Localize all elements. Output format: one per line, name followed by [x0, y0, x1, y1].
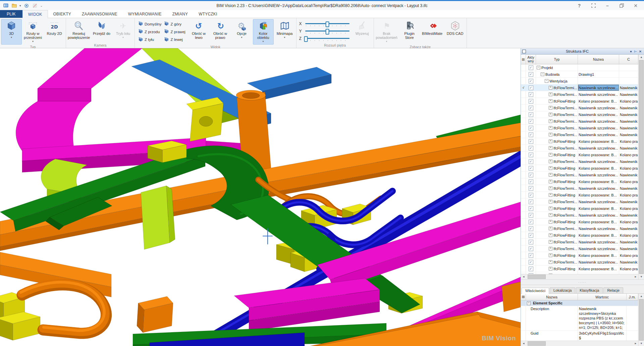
expand-icon[interactable]: + [549, 153, 552, 157]
expand-icon[interactable]: + [549, 160, 552, 163]
panel-dropdown-icon[interactable]: ▾ [629, 50, 633, 53]
slider-track-y[interactable] [305, 28, 350, 34]
tree-row[interactable]: ✓+IfcFlowTermi...Nawiewnik szczelinow...… [521, 91, 638, 98]
3d-viewport[interactable]: BIM Vision [0, 48, 521, 346]
expand-icon[interactable]: + [549, 240, 552, 244]
tree-row[interactable]: √✓+IfcFlowTermi...Nawiewnik szczelinow..… [521, 84, 638, 91]
tree-row[interactable]: ✓+IfcFlowTermi...Nawiewnik szczelinow...… [521, 105, 638, 111]
tab-wtyczki[interactable]: WTYCZKI [193, 10, 222, 18]
btn-bimestimate[interactable]: BIMestiMate [421, 19, 444, 45]
expand-icon[interactable]: + [549, 113, 552, 116]
collapse-icon[interactable]: − [537, 66, 540, 69]
tab-widok[interactable]: WIDOK [22, 10, 48, 18]
tree-row[interactable]: ✓+IfcFlowFittingKolano prasowane: B...Ko… [521, 138, 638, 145]
collapse-icon[interactable]: − [527, 301, 531, 305]
panel-tree-toggle-icon[interactable]: ⊢ [633, 50, 638, 53]
active-checkbox[interactable]: ✓ [529, 186, 533, 191]
expand-icon[interactable]: + [549, 119, 552, 123]
tree-row[interactable]: ✓+IfcFlowTermi...Nawiewnik szczelinow...… [521, 118, 638, 125]
active-checkbox[interactable]: ✓ [529, 146, 533, 151]
tab-zaawansowane[interactable]: ZAAWANSOWANE [76, 10, 123, 18]
property-row[interactable]: Guid3xbCyKyhvEF9g1SoqzsWc$ [521, 331, 638, 341]
btn-wyzeruj[interactable]: Wyzeruj [352, 19, 373, 43]
tree-row[interactable]: ✓+IfcFlowTermi...Nawiewnik szczelinow...… [521, 158, 638, 165]
btn-tryb-lotu[interactable]: Tryb lotu▾ [113, 19, 133, 43]
btn-kolor-obiektu[interactable]: Kolor obiektu▾ [253, 19, 274, 45]
tab-zmiany[interactable]: ZMIANY [167, 10, 194, 18]
active-checkbox[interactable]: ✓ [529, 173, 533, 177]
expand-icon[interactable]: + [549, 173, 552, 177]
tree-row[interactable]: ✓+IfcFlowTermi...Nawiewnik szczelinow...… [521, 239, 638, 245]
structure-hscrollbar[interactable]: ◄ ► [521, 274, 638, 279]
active-checkbox[interactable]: ✓ [529, 99, 533, 104]
view-z-ty-u[interactable]: Z tyłu [138, 37, 162, 43]
active-checkbox[interactable]: ✓ [529, 153, 533, 157]
active-checkbox[interactable]: ✓ [529, 193, 533, 197]
active-checkbox[interactable]: ✓ [529, 159, 533, 164]
expand-icon[interactable]: + [549, 139, 552, 143]
property-row[interactable]: DescriptionNawiewnik szczelinowy+Skrzynk… [521, 306, 638, 331]
btn-rzuty-2d[interactable]: Rzuty 2D [44, 19, 65, 45]
props-vscroll-thumb[interactable] [639, 299, 644, 341]
tree-row[interactable]: ✓+IfcFlowTermi...Nawiewnik szczelinow...… [521, 131, 638, 138]
btn-przejdz-do[interactable]: Przejdź do [91, 19, 112, 43]
btn-obroc-w-lewo[interactable]: Obróć w lewo [189, 19, 209, 45]
tab-plik[interactable]: PLIK [0, 10, 22, 18]
expand-icon[interactable]: + [549, 247, 552, 250]
tree-row[interactable]: ✓+IfcFlowFittingKolano prasowane: B...Ko… [521, 219, 638, 225]
expand-icon[interactable]: + [549, 99, 552, 103]
expand-icon[interactable]: + [549, 267, 552, 271]
tree-row[interactable]: ✓+IfcFlowTermi...Nawiewnik szczelinow...… [521, 198, 638, 205]
active-checkbox[interactable]: ✓ [529, 72, 533, 77]
tab-wymiarowanie[interactable]: WYMIAROWANIE [123, 10, 167, 18]
btn-opcje[interactable]: Opcje▾ [231, 19, 252, 45]
record-view-icon[interactable] [23, 3, 30, 9]
structure-panel-titlebar[interactable]: Struktura IFC ▾ ⊢ ✕ [521, 48, 644, 55]
expand-icon[interactable]: + [549, 207, 552, 210]
tree-row[interactable]: ✓+IfcFlowTermi...Nawiewnik szczelinow...… [521, 245, 638, 252]
btn-rzuty-w-przestrzeni[interactable]: Rzuty w przestrzeni▾ [22, 19, 43, 45]
expand-icon[interactable]: + [549, 106, 552, 110]
tree-row[interactable]: ✓+IfcFlowTermi...Nawiewnik szczelinow...… [521, 185, 638, 192]
active-checkbox[interactable]: ✓ [529, 220, 533, 224]
btn-brak-powiadomien[interactable]: Brak powiadomień▾ [375, 19, 398, 45]
expand-icon[interactable]: + [549, 186, 552, 190]
toolbar-options-icon[interactable]: ⌄ [40, 4, 43, 7]
tree-row[interactable]: ✓+IfcFlowTermi...Nawiewnik szczelinow...… [521, 259, 638, 266]
fullscreen-button[interactable] [590, 3, 596, 9]
hscroll-thumb[interactable] [528, 275, 546, 279]
minimize-button[interactable]: – [604, 3, 610, 9]
slider-thumb-z[interactable] [304, 36, 308, 42]
slider-track-x[interactable] [305, 21, 350, 26]
props-hscroll-thumb[interactable] [528, 341, 546, 346]
props-vscroll-up-arrow[interactable]: ▲ [639, 294, 644, 299]
active-checkbox[interactable]: ✓ [529, 179, 533, 184]
panel-close-icon[interactable]: ✕ [638, 50, 643, 53]
hscroll-left-arrow[interactable]: ◄ [521, 274, 526, 279]
vscroll-down-arrow[interactable]: ▼ [639, 274, 644, 279]
active-checkbox[interactable]: ✓ [529, 226, 533, 231]
help-button[interactable]: ? [576, 3, 582, 9]
active-checkbox[interactable]: ✓ [529, 246, 533, 251]
hscroll-right-arrow[interactable]: ► [633, 274, 638, 279]
close-button[interactable]: ✕ [633, 3, 639, 9]
slider-track-z[interactable] [305, 36, 350, 41]
view-z-prawej[interactable]: Z prawej [163, 28, 186, 35]
expand-icon[interactable]: + [549, 180, 552, 183]
collapse-icon[interactable]: − [541, 72, 544, 76]
property-group-row[interactable]: −Element Specific [521, 300, 638, 306]
restore-button[interactable] [619, 3, 625, 9]
view-z-lewej[interactable]: Z lewej [163, 37, 186, 43]
active-checkbox[interactable]: ✓ [529, 260, 533, 265]
column-chooser-icon[interactable]: ⊞ [521, 55, 526, 64]
active-checkbox[interactable]: ✓ [529, 119, 533, 124]
active-checkbox[interactable]: ✓ [529, 206, 533, 211]
collapse-icon[interactable]: − [545, 79, 548, 83]
tree-row[interactable]: ✓+IfcFlowFittingKolano prasowane: B...Ko… [521, 165, 638, 172]
active-checkbox[interactable]: ✓ [529, 253, 533, 258]
view-z-g-ry[interactable]: Z góry [163, 21, 186, 27]
active-checkbox[interactable]: ✓ [529, 166, 533, 171]
active-checkbox[interactable]: ✓ [529, 106, 533, 110]
active-checkbox[interactable]: ✓ [529, 213, 533, 218]
expand-icon[interactable]: + [549, 233, 552, 237]
